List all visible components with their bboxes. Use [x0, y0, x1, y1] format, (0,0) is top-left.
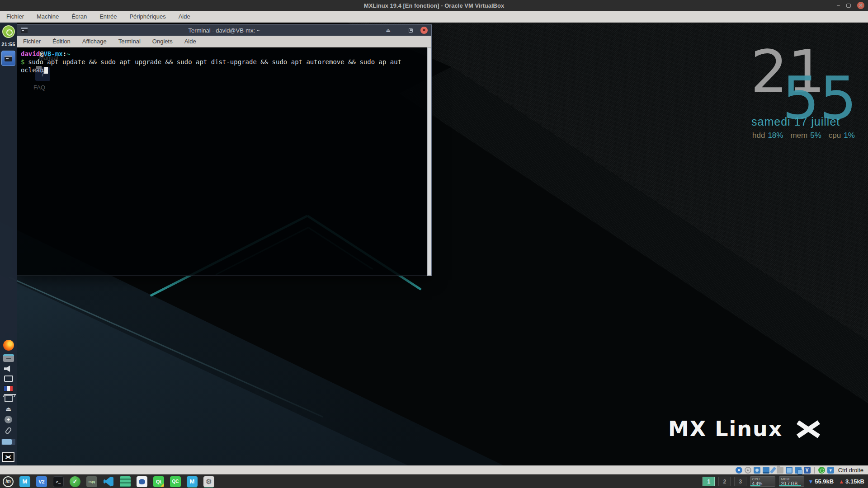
settings-window-button[interactable]: ⚙	[203, 476, 214, 487]
keyboard-layout-fr-icon[interactable]	[4, 385, 13, 392]
terminal-launcher-icon[interactable]: >_	[53, 476, 64, 487]
host-taskbar: lm M V2 >_ ✓ nqq Qt QC M ⚙ 1 2 3 CPU 4.4…	[0, 474, 868, 488]
package-installer-icon[interactable]	[3, 354, 14, 362]
workspace-1[interactable]: 1	[703, 477, 715, 486]
mint-menu-button[interactable]: lm	[3, 476, 14, 487]
menu-ecran[interactable]: Écran	[71, 13, 87, 20]
minimize-icon[interactable]: –	[837, 3, 840, 8]
mx-panel: 21:55 ⏏ + ✕	[0, 23, 17, 465]
terminal-titlebar[interactable]: Terminal - david@VB-mx: ~ ⏏ – ✕	[17, 25, 431, 36]
clipboard-icon[interactable]	[6, 427, 10, 434]
recording-icon[interactable]	[795, 467, 802, 474]
maximize-icon[interactable]	[846, 4, 851, 8]
conky-clock: 21 55 samedi 17 juillet hdd18%mem5%cpu1%	[746, 42, 868, 160]
firefox-icon[interactable]	[3, 340, 14, 351]
usb-icon[interactable]	[770, 467, 776, 474]
pgadmin-icon[interactable]	[137, 476, 147, 487]
keyboard-capture-icon[interactable]: ▼	[827, 467, 834, 474]
hdd-icon[interactable]	[736, 467, 742, 474]
workspace-pager[interactable]	[1, 439, 15, 445]
close-icon[interactable]: ✕	[420, 27, 428, 34]
cpu-label: CPU	[752, 477, 760, 481]
qt-designer-icon[interactable]: Qt	[153, 476, 164, 487]
command-line: $sudo apt update && sudo apt upgrade && …	[21, 58, 428, 66]
package-box-icon[interactable]	[5, 395, 13, 402]
mx-linux-logo: MX Linux	[668, 417, 821, 441]
stat-mem-label: mem	[790, 131, 807, 140]
network-speed: ▼ 55.9kB ▲ 3.15kB	[808, 478, 864, 485]
terminal-icon	[5, 56, 12, 61]
audio-icon[interactable]	[754, 467, 760, 474]
stat-mem-value: 5%	[810, 131, 821, 140]
close-icon[interactable]: ✕	[857, 2, 864, 9]
stat-cpu-value: 1%	[844, 131, 855, 140]
features-icon[interactable]: V	[804, 467, 811, 474]
maximize-icon[interactable]	[409, 28, 413, 33]
display-icon[interactable]	[786, 467, 793, 474]
menu-machine[interactable]: Machine	[37, 13, 59, 20]
upload-speed: 3.15kB	[845, 478, 864, 485]
conky-stats: hdd18%mem5%cpu1%	[752, 131, 862, 140]
command-wrap-text: oclean	[21, 66, 44, 74]
stacer-icon[interactable]	[120, 476, 131, 487]
terminal-content[interactable]: Manual ? FAQ david@VB-mx:~ $sudo apt upd…	[17, 47, 431, 276]
tmenu-affichage[interactable]: Affichage	[82, 38, 107, 45]
menu-fichier[interactable]: Fichier	[6, 13, 24, 20]
mx-updater-icon[interactable]	[2, 25, 15, 38]
command-wrap-line: oclean	[21, 66, 428, 74]
cpu-monitor[interactable]: CPU 4.4%	[750, 476, 775, 487]
panel-clock: 21:55	[1, 42, 15, 47]
vscode-icon[interactable]	[103, 476, 114, 487]
virtualbox-titlebar[interactable]: MXLinux 19.4 [En fonction] - Oracle VM V…	[0, 0, 868, 11]
mx-app-icon[interactable]: M	[19, 476, 30, 487]
virtualbox-window-title: MXLinux 19.4 [En fonction] - Oracle VM V…	[364, 2, 504, 9]
tmenu-aide[interactable]: Aide	[184, 38, 196, 45]
text-cursor	[44, 67, 48, 74]
updates-icon[interactable]: +	[5, 416, 12, 423]
shared-folders-icon[interactable]	[777, 467, 783, 474]
terminal-title: Terminal - david@VB-mx: ~	[17, 27, 431, 34]
menu-entree[interactable]: Entrée	[99, 13, 117, 20]
mx-logo-x-icon	[795, 418, 821, 439]
screen: MXLinux 19.4 [En fonction] - Oracle VM V…	[0, 0, 868, 488]
stat-cpu-label: cpu	[829, 131, 841, 140]
shade-icon[interactable]: ⏏	[386, 28, 390, 33]
stat-hdd-label: hdd	[752, 131, 765, 140]
tmenu-fichier[interactable]: Fichier	[23, 38, 41, 45]
workspace-3[interactable]: 3	[734, 477, 746, 486]
notepadqq-icon[interactable]: nqq	[86, 476, 97, 487]
workspace-2[interactable]: 2	[718, 477, 731, 486]
network-icon[interactable]	[763, 467, 769, 474]
virtualbox-statusbar: V ▼ Ctrl droite	[0, 465, 868, 474]
terminal-scrollbar[interactable]	[427, 47, 431, 276]
display-icon[interactable]	[4, 375, 13, 382]
conky-date: samedi 17 juillet	[751, 115, 840, 128]
tmenu-onglets[interactable]: Onglets	[152, 38, 173, 45]
volume-icon[interactable]	[4, 366, 13, 372]
vm-screen: 21 55 samedi 17 juillet hdd18%mem5%cpu1%…	[0, 23, 868, 465]
stat-hdd-value: 18%	[768, 131, 783, 140]
menu-aide[interactable]: Aide	[179, 13, 190, 20]
update-manager-icon[interactable]: ✓	[70, 476, 80, 487]
mx-window-button[interactable]: M	[187, 476, 198, 487]
statusbar-separator	[814, 467, 815, 474]
menu-peripheriques[interactable]: Périphériques	[129, 13, 165, 20]
mouse-integration-icon[interactable]	[818, 467, 825, 474]
mem-monitor[interactable]: MEM 20.7 GB	[779, 476, 804, 487]
xkill-button[interactable]: ✕	[2, 452, 14, 462]
mx-logo-text: MX Linux	[668, 417, 783, 441]
optical-drive-icon[interactable]	[745, 467, 751, 474]
command-text: sudo apt update && sudo apt upgrade && s…	[28, 58, 401, 66]
prompt-line: david@VB-mx:~	[21, 50, 428, 58]
qt-creator-icon[interactable]: QC	[170, 476, 181, 487]
taskbutton-terminal[interactable]	[1, 51, 15, 66]
minimize-icon[interactable]: –	[398, 28, 401, 33]
v2-app-icon[interactable]: V2	[36, 476, 47, 487]
eject-icon[interactable]: ⏏	[5, 406, 11, 412]
desktop-icon-faq-label: FAQ	[33, 84, 45, 92]
tmenu-edition[interactable]: Édition	[52, 38, 71, 45]
scrollbar-thumb[interactable]	[428, 48, 431, 275]
tmenu-terminal[interactable]: Terminal	[118, 38, 141, 45]
terminal-menubar: Fichier Édition Affichage Terminal Ongle…	[17, 36, 431, 47]
download-speed: 55.9kB	[815, 478, 834, 485]
